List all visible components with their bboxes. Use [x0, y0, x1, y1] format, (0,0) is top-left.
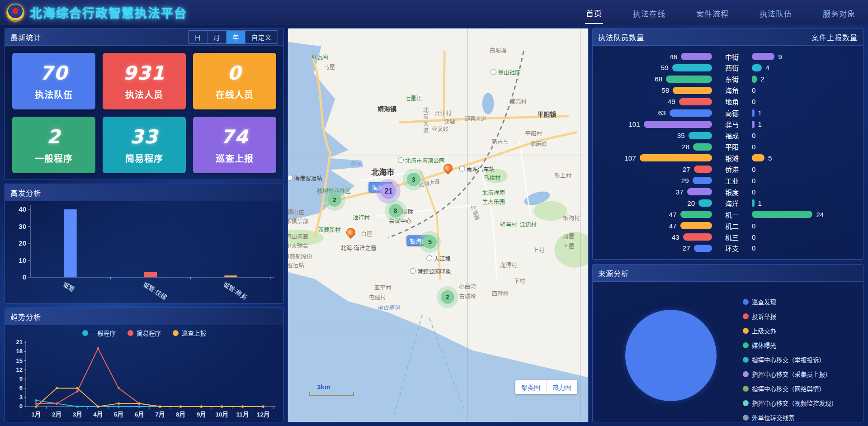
team-member-bar — [680, 222, 712, 229]
map-place-label: 南珠汽车站 — [459, 164, 495, 173]
case-report-count: 1 — [758, 120, 762, 128]
map-mode-button[interactable]: 热力图 — [546, 380, 577, 394]
svg-text:0: 0 — [19, 403, 23, 410]
team-left-group: 47 — [600, 222, 712, 230]
stat-card-value: 2 — [47, 126, 61, 148]
source-legend-item[interactable]: 媒体曝光 — [743, 341, 837, 350]
map-place-label: 白坭塘 — [490, 45, 507, 54]
map-cluster-marker[interactable]: 2 — [328, 193, 341, 207]
legend-dot-icon — [743, 386, 749, 392]
trend-legend-item[interactable]: 一般程序 — [82, 328, 116, 337]
team-left-group: 59 — [600, 64, 712, 71]
case-report-bar — [752, 211, 812, 218]
svg-text:7月: 7月 — [155, 411, 165, 418]
stat-card: 931执法人员 — [103, 53, 186, 109]
team-left-group: 28 — [600, 143, 712, 151]
case-right-group: 0 — [752, 166, 856, 173]
trend-legend-item[interactable]: 巡查上报 — [173, 328, 206, 337]
team-name: 机一 — [712, 210, 752, 219]
stat-card-label: 执法人员 — [125, 88, 163, 101]
app-header: 北海综合行政智慧执法平台 首页执法在线案件流程执法队伍服务对象 — [0, 0, 868, 25]
team-left-group: 20 — [600, 199, 712, 207]
nav-item[interactable]: 执法队伍 — [759, 1, 793, 24]
map-cluster-marker[interactable]: 8 — [389, 204, 402, 218]
nav-item[interactable]: 首页 — [585, 1, 603, 24]
map-place-label: 北海市海滨公园 — [398, 156, 445, 165]
svg-text:6: 6 — [19, 384, 23, 391]
map-place-label: 驿马村 — [500, 220, 517, 228]
case-right-group: 4 — [752, 64, 856, 71]
case-right-group: 0 — [752, 86, 856, 94]
team-member-count: 28 — [682, 143, 689, 151]
case-report-count: 5 — [768, 154, 772, 162]
source-legend-item[interactable]: 外单位转交线索 — [743, 413, 837, 422]
case-report-count: 0 — [752, 233, 755, 241]
legend-dot-icon — [173, 330, 179, 336]
map-cluster-marker[interactable]: 5 — [423, 235, 437, 249]
case-report-count: 1 — [758, 109, 762, 117]
legend-label: 指挥中心移交（采集员上报） — [752, 369, 831, 379]
nav-item[interactable]: 服务对象 — [822, 1, 856, 24]
map-place-label: 上村 — [533, 245, 544, 254]
case-report-bar — [752, 64, 762, 71]
svg-text:12月: 12月 — [257, 411, 270, 418]
nav-item[interactable]: 执法在线 — [632, 1, 666, 24]
svg-text:8月: 8月 — [176, 411, 185, 418]
map-place-label: 亚叉岭 — [432, 124, 449, 133]
source-legend-item[interactable]: 指挥中心移交（网络舆情） — [743, 384, 837, 393]
stat-card-value: 74 — [221, 126, 249, 148]
case-right-group: 0 — [752, 188, 856, 196]
team-member-count: 101 — [628, 120, 640, 128]
case-report-count: 0 — [752, 166, 755, 173]
nav-item[interactable]: 案件流程 — [695, 1, 730, 24]
map-place-label: 尔夫球会 — [288, 241, 308, 249]
team-member-bar — [689, 132, 712, 139]
sea-south — [288, 272, 588, 422]
team-row: 59西街4 — [600, 62, 856, 73]
stats-tab[interactable]: 年 — [226, 31, 245, 43]
right-column: 执法队员数量 案件上报数量 46中街959西街468东街258海角049地角06… — [592, 28, 863, 422]
legend-dot-icon — [743, 371, 749, 377]
map-place-label: 小曲湾 — [459, 281, 476, 290]
dashboard-body: 最新统计 日月年自定义 70执法队伍931执法人员0在线人员2一般程序33简易程… — [0, 25, 868, 426]
legend-dot-icon — [743, 357, 749, 363]
map-place-label: 呈慈航股份 — [288, 251, 312, 260]
map-canvas[interactable]: 红瓦窑马屋白坭塘翁山社区七星江北海大道螺壳村靖海镇开江村亚塘迎宾大道亚叉岭平阳镇… — [288, 28, 588, 422]
team-member-bar — [673, 87, 712, 94]
source-legend-item[interactable]: 指挥中心移交（举报投诉） — [743, 355, 837, 364]
stats-tab[interactable]: 自定义 — [245, 31, 278, 43]
legend-label: 一般程序 — [91, 328, 116, 337]
panel-high-frequency: 高发分析 010203040城管城管:住建城管:商务 — [5, 184, 284, 304]
map-cluster-marker[interactable]: 21 — [381, 184, 396, 199]
source-legend-item[interactable]: 上级交办 — [743, 326, 837, 335]
map-scale-bar — [309, 392, 354, 396]
team-member-bar — [640, 154, 712, 161]
trend-legend: 一般程序简易程序巡查上报 — [5, 327, 283, 339]
svg-text:20: 20 — [19, 239, 26, 247]
source-legend-item[interactable]: 投诉举报 — [743, 312, 837, 321]
map-place-label: 平阳村 — [525, 128, 542, 137]
legend-label: 巡查发现 — [752, 297, 776, 306]
team-row: 68东街2 — [600, 74, 856, 85]
team-row: 29工业0 — [600, 175, 856, 186]
map-place-label: 迎宾大道 — [465, 114, 486, 122]
source-legend-item[interactable]: 巡查发现 — [743, 297, 837, 306]
stat-card-label: 执法队伍 — [35, 88, 73, 101]
stats-tab[interactable]: 月 — [208, 31, 226, 43]
source-legend-item[interactable]: 指挥中心移交（视频监控发现） — [743, 398, 837, 407]
team-member-count: 47 — [669, 222, 677, 230]
case-right-group: 5 — [752, 154, 856, 162]
team-left-group: 29 — [600, 177, 712, 185]
source-legend-item[interactable]: 指挥中心移交（采集员上报） — [743, 369, 837, 379]
map-cluster-marker[interactable]: 3 — [407, 173, 420, 186]
map-place-label: 海港客运站 — [288, 173, 322, 182]
map-cluster-marker[interactable]: 2 — [441, 290, 454, 304]
svg-text:15: 15 — [16, 357, 23, 364]
team-name: 工业 — [712, 176, 752, 185]
team-row: 58海角0 — [600, 85, 856, 96]
stats-tab[interactable]: 日 — [189, 31, 208, 43]
svg-text:18: 18 — [16, 348, 23, 355]
map-mode-button[interactable]: 聚类图 — [515, 380, 546, 394]
trend-legend-item[interactable]: 简易程序 — [127, 328, 161, 337]
team-member-bar — [644, 121, 712, 128]
